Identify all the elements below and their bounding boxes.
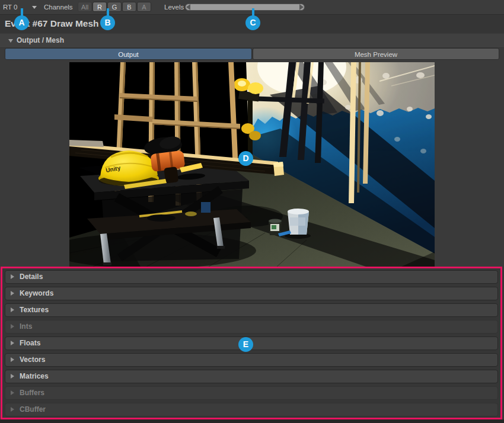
chevron-down-icon: [32, 6, 37, 9]
section-vectors[interactable]: Vectors: [5, 353, 498, 367]
section-label: Keywords: [20, 287, 53, 300]
section-buffers: Buffers: [5, 386, 498, 400]
section-label: Floats: [20, 337, 40, 350]
slider-min-handle[interactable]: [186, 4, 190, 10]
channel-button-r[interactable]: R: [92, 2, 107, 12]
callout-badge-c: C: [245, 15, 260, 30]
levels-label: Levels: [164, 0, 184, 14]
channel-button-b[interactable]: B: [122, 2, 136, 12]
section-keywords[interactable]: Keywords: [5, 287, 498, 300]
callout-badge-a: A: [14, 15, 29, 30]
callout-badge-b: B: [100, 15, 115, 30]
channel-button-a[interactable]: A: [137, 2, 151, 12]
tab-output[interactable]: Output: [5, 48, 252, 60]
foldout-collapsed-icon: [11, 357, 14, 362]
frame-debugger-window: RT 0 Channels AllRGBA Levels Event #67 D…: [0, 0, 504, 423]
tab-mesh-preview[interactable]: Mesh Preview: [253, 48, 499, 60]
foldout-collapsed-icon: [11, 307, 14, 312]
section-ints: Ints: [5, 320, 498, 334]
section-textures[interactable]: Textures: [5, 303, 498, 317]
rt-target-dropdown[interactable]: RT 0: [0, 0, 40, 14]
foldout-collapsed-icon: [11, 274, 14, 279]
callout-badge-e: E: [238, 337, 253, 352]
section-label: Details: [20, 271, 43, 283]
levels-slider[interactable]: [185, 4, 305, 11]
section-label: Textures: [20, 304, 49, 316]
channels-label: Channels: [44, 0, 73, 14]
output-mesh-foldout[interactable]: Output / Mesh: [0, 34, 504, 48]
foldout-collapsed-icon: [11, 374, 14, 379]
section-label: CBuffer: [20, 403, 46, 416]
foldout-collapsed-icon: [11, 390, 14, 395]
foldout-collapsed-icon: [11, 291, 14, 296]
window-bottom-strip: [0, 419, 504, 423]
preview-tabs: Output Mesh Preview: [5, 48, 499, 60]
workshop-render: Unity: [69, 62, 435, 267]
slider-max-handle[interactable]: [299, 4, 304, 10]
foldout-collapsed-icon: [11, 341, 14, 345]
section-label: Vectors: [20, 354, 45, 366]
section-cbuffer: CBuffer: [5, 403, 498, 416]
section-label: Ints: [20, 321, 32, 333]
callout-badge-d: D: [238, 151, 253, 166]
foldout-label: Output / Mesh: [17, 34, 64, 47]
preview-panel: Output / Mesh Output Mesh Preview: [0, 33, 504, 267]
foldout-collapsed-icon: [11, 407, 14, 412]
channel-button-all[interactable]: All: [78, 2, 92, 12]
channel-button-g[interactable]: G: [107, 2, 122, 12]
section-details[interactable]: Details: [5, 270, 498, 284]
foldout-collapsed-icon: [11, 324, 14, 329]
section-matrices[interactable]: Matrices: [5, 370, 498, 383]
section-label: Matrices: [20, 370, 49, 383]
render-preview-image: Unity: [69, 62, 435, 267]
rt-dropdown-label: RT 0: [3, 0, 18, 14]
foldout-expanded-icon: [8, 39, 13, 43]
section-label: Buffers: [20, 387, 44, 399]
